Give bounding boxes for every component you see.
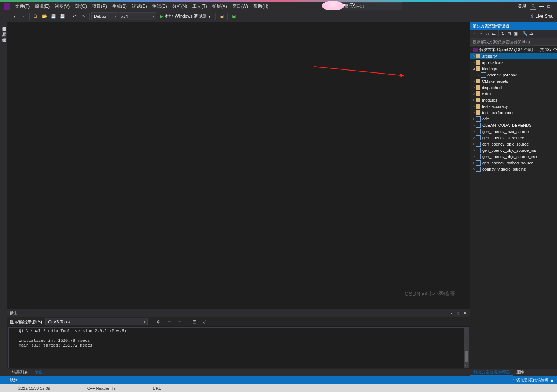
save-all-button[interactable]: 💾	[58, 12, 66, 20]
tree-item-gen_opencv_objc_source_osx[interactable]: ▷gen_opencv_objc_source_osx	[470, 153, 557, 160]
live-share-button[interactable]: ⇪ Live Sha	[527, 14, 556, 19]
expand-icon[interactable]: ▷	[472, 98, 476, 102]
sln-showall-button[interactable]: ▣	[513, 30, 519, 38]
new-button[interactable]: 🗋	[31, 12, 40, 20]
menu-build[interactable]: 生成(B)	[109, 3, 129, 10]
tree-item-tests-accuracy[interactable]: ▷tests accuracy	[470, 103, 557, 109]
expand-icon[interactable]: ▷	[472, 161, 476, 164]
tree-item-gen_opencv_objc_source[interactable]: ▷gen_opencv_objc_source	[470, 141, 557, 147]
sln-refresh-button[interactable]: ↻	[500, 30, 506, 38]
save-button[interactable]: 💾	[49, 12, 57, 20]
user-icon[interactable]	[530, 3, 536, 10]
menu-test[interactable]: 测试(S)	[150, 3, 170, 10]
menu-edit[interactable]: 编辑(E)	[32, 3, 52, 10]
expand-icon[interactable]: ▷	[472, 142, 476, 146]
tree-item-dispatched[interactable]: ▷dispatched	[470, 84, 557, 91]
menu-tools[interactable]: 工具(T)	[190, 3, 209, 10]
output-dropdown-icon[interactable]: ▾	[449, 309, 455, 317]
tree-item-tests-performance[interactable]: ▷tests performance	[470, 109, 557, 116]
tree-item-3rdparty[interactable]: ▷3rdparty	[470, 53, 557, 59]
folder-button[interactable]: ▣	[217, 12, 226, 20]
scrollbar-thumb[interactable]	[465, 351, 468, 362]
tree-item-extra[interactable]: ▷extra	[470, 91, 557, 97]
output-source-dropdown[interactable]: Qt VS Tools	[45, 318, 148, 325]
sln-collapse-button[interactable]: ⊟	[506, 30, 512, 38]
output-text[interactable]: -- Qt Visual Studio Tools version 2.9.1 …	[8, 327, 469, 368]
output-scrollbar[interactable]: ▴ ▾	[464, 328, 469, 368]
sln-fwd-button[interactable]: ◦	[478, 30, 484, 38]
sln-switch-button[interactable]: ⇄	[528, 30, 534, 38]
tree-item-gen_opencv_objc_source_ios[interactable]: ▷gen_opencv_objc_source_ios	[470, 147, 557, 153]
output-wrap-button[interactable]: ⊟	[190, 318, 199, 326]
tree-item-gen_opencv_js_source[interactable]: ▷gen_opencv_js_source	[470, 134, 557, 141]
menu-debug[interactable]: 调试(D)	[129, 3, 150, 10]
expand-icon[interactable]: ▷	[472, 130, 476, 133]
expand-icon[interactable]: ▷	[472, 167, 476, 171]
tree-item-CLEAN_CUDA_DEPENDS[interactable]: ▷CLEAN_CUDA_DEPENDS	[470, 122, 557, 128]
expand-icon[interactable]: ▷	[472, 149, 476, 152]
menu-file[interactable]: 文件(F)	[13, 3, 32, 10]
tree-item-applications[interactable]: ▷applications	[470, 59, 557, 65]
minimize-button[interactable]: —	[539, 4, 544, 9]
sln-sync-button[interactable]: ⇆	[491, 30, 497, 38]
run-debugger-button[interactable]: ▶ 本地 Windows 调试器 ▾	[157, 12, 213, 20]
tree-item-opencv_python3[interactable]: ▷opencv_python3	[470, 72, 557, 78]
tree-item-gen_opencv_python_source[interactable]: ▷gen_opencv_python_source	[470, 160, 557, 166]
sln-back-button[interactable]: ◦	[472, 30, 478, 38]
menu-help[interactable]: 帮助(H)	[251, 3, 271, 10]
expand-icon[interactable]: ▷	[472, 54, 476, 58]
menu-git[interactable]: Git(G)	[72, 3, 90, 10]
output-close-button[interactable]: ✕	[462, 309, 468, 317]
redo-button[interactable]: ↷	[79, 12, 87, 20]
menu-project[interactable]: 项目(P)	[90, 3, 109, 10]
expand-icon[interactable]: ▷	[472, 155, 476, 158]
tree-item-gen_opencv_java_source[interactable]: ▷gen_opencv_java_source	[470, 128, 557, 134]
tab-properties[interactable]: 属性	[513, 369, 527, 376]
menu-view[interactable]: 视图(V)	[52, 3, 72, 10]
expand-icon[interactable]: ▷	[472, 111, 476, 114]
undo-button[interactable]: ↶	[70, 12, 78, 20]
tab-output[interactable]: 输出	[32, 369, 46, 376]
tree-item-bindings[interactable]: ◢bindings	[470, 65, 557, 72]
sln-home-button[interactable]: ⌂	[485, 30, 490, 38]
menu-window[interactable]: 窗口(W)	[230, 3, 251, 10]
expand-icon[interactable]: ▷	[472, 79, 476, 83]
maximize-button[interactable]: □	[547, 4, 551, 9]
expand-icon[interactable]: ▷	[472, 123, 476, 127]
tab-errorlist[interactable]: 错误列表	[9, 369, 31, 376]
tree-item-modules[interactable]: ▷modules	[470, 97, 557, 103]
tree-item-CMakeTargets[interactable]: ▷CMakeTargets	[470, 78, 557, 84]
svg-line-1	[314, 67, 404, 76]
expand-icon[interactable]: ▷	[472, 136, 476, 139]
solution-search-input[interactable]: 搜索解决方案资源管理器(Ctrl+;)	[470, 38, 557, 46]
tree-item-ade[interactable]: ▷ade	[470, 116, 557, 122]
output-outdent-button[interactable]: ≡	[175, 318, 183, 326]
nav-back-button[interactable]: ◦	[1, 12, 10, 20]
output-pin-button[interactable]: ▯	[455, 309, 461, 317]
expand-icon[interactable]: ▷	[472, 86, 476, 89]
solution-root[interactable]: 解决方案"OpenCV"(137 个项目，共 137 个	[470, 47, 557, 53]
qt-button[interactable]: ▣	[230, 12, 238, 20]
expand-icon[interactable]: ◢	[472, 67, 476, 70]
expand-icon[interactable]: ▷	[472, 117, 476, 120]
tab-solution-explorer[interactable]: 解决方案资源管理器	[470, 369, 513, 376]
expand-icon[interactable]: ▷	[477, 73, 481, 76]
nav-fwd2-button[interactable]: ◦	[19, 12, 27, 20]
menu-analyze[interactable]: 分析(N)	[170, 3, 190, 10]
output-clear-button[interactable]: ⊘	[155, 318, 163, 326]
output-scroll-button[interactable]: ⇄	[201, 318, 209, 326]
output-indent-button[interactable]: ≡	[165, 318, 173, 326]
source-control-button[interactable]: ↑添加到源代码管理 ▲	[513, 378, 554, 383]
nav-fwd-button[interactable]: ▾	[10, 12, 18, 20]
open-button[interactable]: 📂	[40, 12, 48, 20]
expand-icon[interactable]: ▷	[472, 105, 476, 108]
tree-item-opencv_videoio_plugins[interactable]: ▷opencv_videoio_plugins	[470, 166, 557, 172]
sln-wrench-icon[interactable]: 🔧	[522, 30, 528, 38]
expand-icon[interactable]: ▷	[472, 92, 476, 95]
solution-tree[interactable]: 解决方案"OpenCV"(137 个项目，共 137 个 ▷3rdparty▷a…	[470, 46, 557, 369]
menu-extensions[interactable]: 扩展(X)	[210, 3, 230, 10]
login-button[interactable]: 登录	[518, 3, 527, 10]
config-dropdown[interactable]: Debug	[91, 12, 118, 20]
expand-icon[interactable]: ▷	[472, 61, 476, 64]
platform-dropdown[interactable]: x64	[119, 12, 156, 20]
